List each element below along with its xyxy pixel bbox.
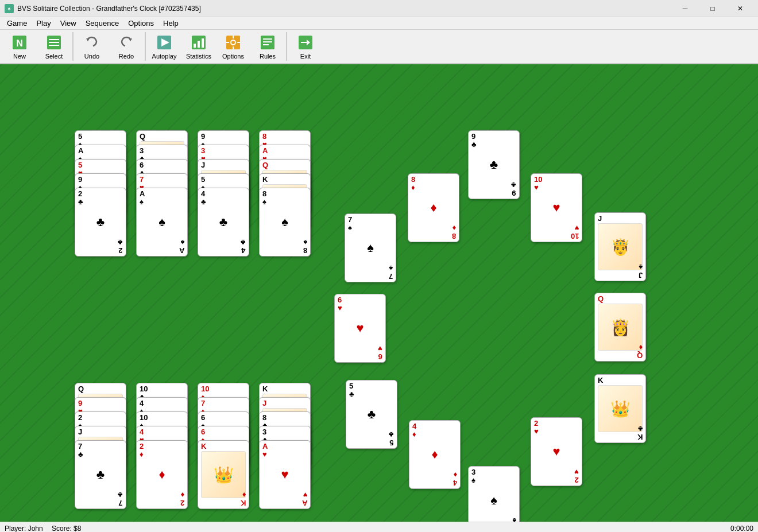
menu-play[interactable]: Play	[32, 18, 55, 29]
select-icon	[45, 33, 63, 52]
svg-rect-19	[237, 42, 240, 43]
options-button[interactable]: Options	[216, 30, 250, 63]
svg-rect-23	[263, 44, 269, 45]
card-2-diamonds[interactable]: 2♦ ♦ 2♦	[136, 440, 188, 509]
new-button[interactable]: N New	[2, 30, 37, 63]
maximize-button[interactable]: □	[699, 0, 726, 17]
toolbar-sep-2	[145, 32, 146, 61]
svg-rect-3	[49, 39, 59, 40]
card-9-clubs[interactable]: 9♣ ♣ 9♣	[468, 130, 520, 199]
select-label: Select	[45, 53, 63, 60]
player-label: Player: John	[5, 525, 43, 533]
toolbar-sep-1	[72, 32, 74, 61]
svg-rect-17	[233, 46, 234, 49]
undo-button[interactable]: Undo	[75, 30, 109, 63]
svg-rect-18	[226, 42, 229, 43]
menubar: Game Play View Sequence Options Help	[0, 17, 758, 30]
new-icon: N	[10, 33, 29, 52]
autoplay-icon	[155, 33, 173, 52]
menu-game[interactable]: Game	[2, 18, 32, 29]
card-2-clubs-1[interactable]: 2♣ ♣ 2♣	[75, 188, 126, 257]
rules-icon	[258, 33, 277, 52]
select-button[interactable]: Select	[37, 30, 71, 63]
score-label: Score: $8	[52, 525, 81, 533]
card-K-diamonds[interactable]: K♦ 👑 K♦	[198, 440, 249, 509]
titlebar: ♠ BVS Solitaire Collection - Grandfather…	[0, 0, 758, 17]
statistics-button[interactable]: Statistics	[181, 30, 216, 63]
card-J-spades-2[interactable]: J♠ 🤴 J♠	[594, 212, 646, 281]
card-4-diamonds[interactable]: 4♦ ♦ 4♦	[409, 420, 461, 489]
autoplay-button[interactable]: Autoplay	[147, 30, 181, 63]
card-2-hearts[interactable]: 2♥ ♥ 2♥	[531, 417, 582, 486]
statistics-label: Statistics	[186, 53, 211, 60]
rules-label: Rules	[260, 53, 276, 60]
svg-rect-22	[263, 41, 272, 42]
svg-rect-4	[49, 42, 59, 43]
card-K-clubs[interactable]: K♣ 👑 K♣	[594, 374, 646, 443]
titlebar-left: ♠ BVS Solitaire Collection - Grandfather…	[5, 4, 201, 13]
card-A-hearts-2[interactable]: A♥ ♥ A♥	[259, 440, 311, 509]
undo-icon	[83, 33, 101, 52]
svg-rect-5	[49, 45, 59, 46]
card-5-clubs[interactable]: 5♣ ♣ 5♣	[346, 380, 397, 449]
new-label: New	[13, 53, 26, 60]
statusbar: Player: John Score: $8 0:00:00	[0, 522, 758, 532]
timer-label: 0:00:00	[730, 525, 753, 533]
minimize-button[interactable]: ─	[672, 0, 698, 17]
redo-label: Redo	[119, 53, 134, 60]
close-button[interactable]: ✕	[727, 0, 753, 17]
statusbar-left: Player: John Score: $8	[5, 525, 81, 533]
menu-sequence[interactable]: Sequence	[81, 18, 124, 29]
undo-label: Undo	[84, 53, 99, 60]
card-4-clubs[interactable]: 4♣ ♣ 4♣	[198, 188, 249, 257]
menu-options[interactable]: Options	[123, 18, 158, 29]
app-icon: ♠	[5, 4, 14, 13]
card-10-hearts[interactable]: 10♥ ♥ 10♥	[531, 173, 582, 242]
menu-view[interactable]: View	[56, 18, 81, 29]
svg-rect-12	[198, 41, 200, 48]
card-8-diamonds[interactable]: 8♦ ♦ 8♦	[408, 173, 459, 242]
toolbar: N New Select Undo	[0, 30, 758, 64]
menu-help[interactable]: Help	[158, 18, 183, 29]
svg-rect-13	[202, 38, 204, 48]
svg-text:N: N	[16, 38, 23, 48]
card-3-spades[interactable]: 3♠ ♠ 3♠	[468, 466, 520, 522]
card-7-clubs[interactable]: 7♣ ♣ 7♣	[75, 440, 126, 509]
redo-icon	[117, 33, 136, 52]
svg-rect-11	[194, 44, 196, 48]
card-6-hearts[interactable]: 6♥ ♥ 6♥	[334, 294, 386, 363]
svg-rect-16	[233, 36, 234, 38]
card-A-spades-2[interactable]: A♠ ♠ A♠	[136, 188, 188, 257]
card-8-spades[interactable]: 8♠ ♠ 8♠	[259, 188, 311, 257]
options-icon	[224, 33, 242, 52]
exit-icon	[296, 33, 315, 52]
card-7-spades[interactable]: 7♠ ♠ 7♠	[345, 213, 396, 282]
toolbar-sep-3	[286, 32, 287, 61]
window-controls: ─ □ ✕	[672, 0, 753, 17]
svg-rect-21	[263, 38, 272, 40]
window-title: BVS Solitaire Collection - Grandfather's…	[17, 5, 201, 13]
options-label: Options	[222, 53, 244, 60]
rules-button[interactable]: Rules	[250, 30, 285, 63]
exit-button[interactable]: Exit	[288, 30, 323, 63]
redo-button[interactable]: Redo	[109, 30, 144, 63]
autoplay-label: Autoplay	[152, 53, 177, 60]
card-Q-diamonds[interactable]: Q♦ 👸 Q♦	[594, 293, 646, 362]
exit-label: Exit	[300, 53, 311, 60]
game-area[interactable]: 5♠ ♠ 5♠ A♠ ♠ A♠ 5♥ ♥ 5♥ 9♠ ♠ 9♠ 2♣ ♣ 2♣ …	[0, 64, 758, 522]
statistics-icon	[190, 33, 208, 52]
